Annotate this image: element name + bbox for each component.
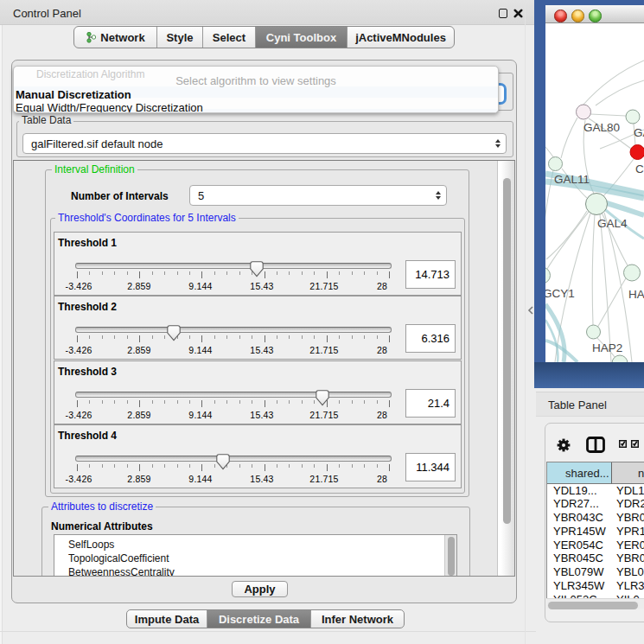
- svg-text:CD: CD: [635, 163, 644, 175]
- svg-text:GAL80: GAL80: [583, 121, 620, 134]
- svg-text:HA: HA: [628, 288, 644, 301]
- svg-text:GA: GA: [634, 126, 644, 139]
- svg-text:HAP2: HAP2: [592, 341, 622, 354]
- svg-text:GAL11: GAL11: [554, 173, 590, 186]
- svg-text:GAL4: GAL4: [597, 217, 628, 230]
- svg-text:GCY1: GCY1: [545, 287, 575, 300]
